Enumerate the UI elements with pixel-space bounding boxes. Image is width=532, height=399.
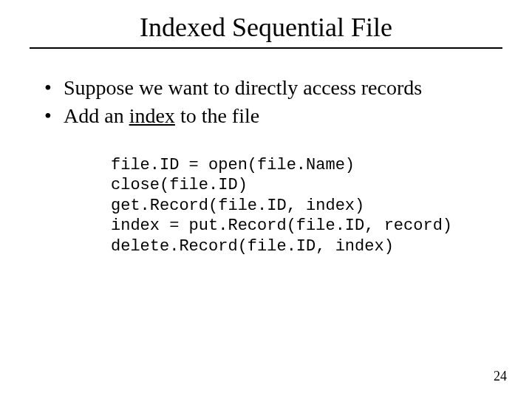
bullet-item: Suppose we want to directly access recor… xyxy=(44,74,502,102)
bullet-text-pre: Suppose we want to directly access recor… xyxy=(64,76,422,99)
bullet-list: Suppose we want to directly access recor… xyxy=(44,74,502,130)
bullet-text-underlined: index xyxy=(129,104,175,127)
bullet-item: Add an index to the file xyxy=(44,102,502,130)
slide: Indexed Sequential File Suppose we want … xyxy=(0,0,532,399)
bullet-text-post: to the file xyxy=(175,104,259,127)
code-line: file.ID = open(file.Name) xyxy=(111,156,355,174)
code-line: delete.Record(file.ID, index) xyxy=(111,237,394,256)
page-number: 24 xyxy=(494,369,507,384)
bullet-text-pre: Add an xyxy=(64,104,129,127)
code-block: file.ID = open(file.Name) close(file.ID)… xyxy=(111,155,502,257)
slide-title: Indexed Sequential File xyxy=(30,12,502,43)
code-line: index = put.Record(file.ID, record) xyxy=(111,216,452,235)
title-rule xyxy=(30,47,502,49)
code-line: close(file.ID) xyxy=(111,176,248,194)
code-line: get.Record(file.ID, index) xyxy=(111,197,364,215)
